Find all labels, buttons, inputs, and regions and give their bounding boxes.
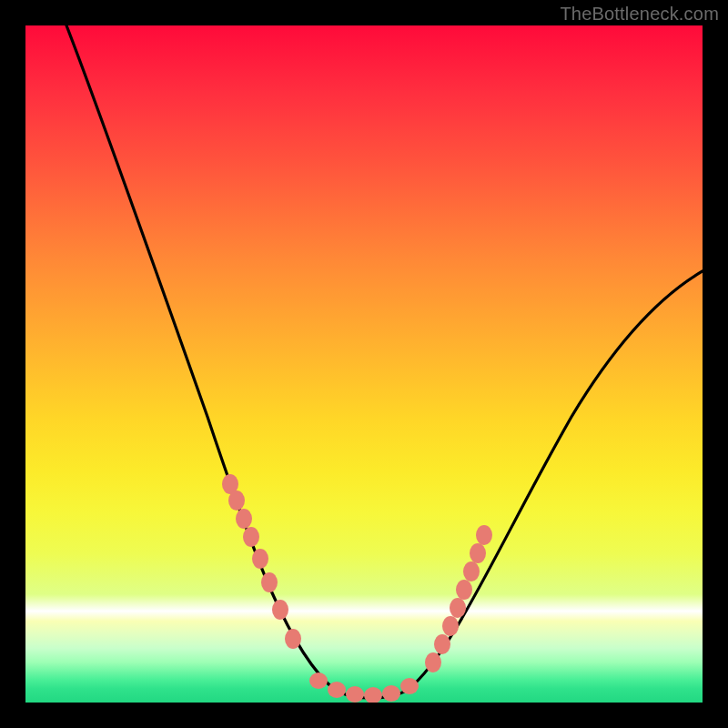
- watermark-text: TheBottleneck.com: [560, 4, 719, 25]
- svg-point-21: [476, 525, 492, 545]
- svg-point-10: [346, 686, 364, 703]
- svg-point-13: [400, 678, 419, 694]
- beads-right-cluster: [425, 525, 492, 672]
- beads-left-cluster: [222, 474, 301, 649]
- svg-point-11: [364, 687, 382, 703]
- svg-point-19: [463, 561, 480, 581]
- svg-point-4: [252, 549, 268, 569]
- svg-point-17: [450, 598, 466, 618]
- svg-point-18: [456, 580, 472, 600]
- plot-area: [25, 25, 703, 703]
- svg-point-9: [328, 682, 346, 698]
- chart-frame: TheBottleneck.com: [0, 0, 728, 728]
- svg-point-15: [434, 634, 450, 654]
- svg-point-16: [442, 616, 459, 636]
- bottleneck-curve-svg: [25, 25, 703, 703]
- svg-point-12: [382, 685, 400, 702]
- svg-point-14: [425, 652, 441, 672]
- svg-point-20: [470, 543, 486, 563]
- bottleneck-curve-path: [66, 25, 703, 698]
- svg-point-5: [261, 572, 278, 592]
- svg-point-8: [309, 672, 328, 689]
- svg-point-3: [243, 527, 259, 547]
- svg-point-2: [236, 509, 252, 529]
- svg-point-7: [285, 629, 301, 649]
- svg-point-1: [228, 490, 245, 511]
- svg-point-6: [272, 600, 288, 620]
